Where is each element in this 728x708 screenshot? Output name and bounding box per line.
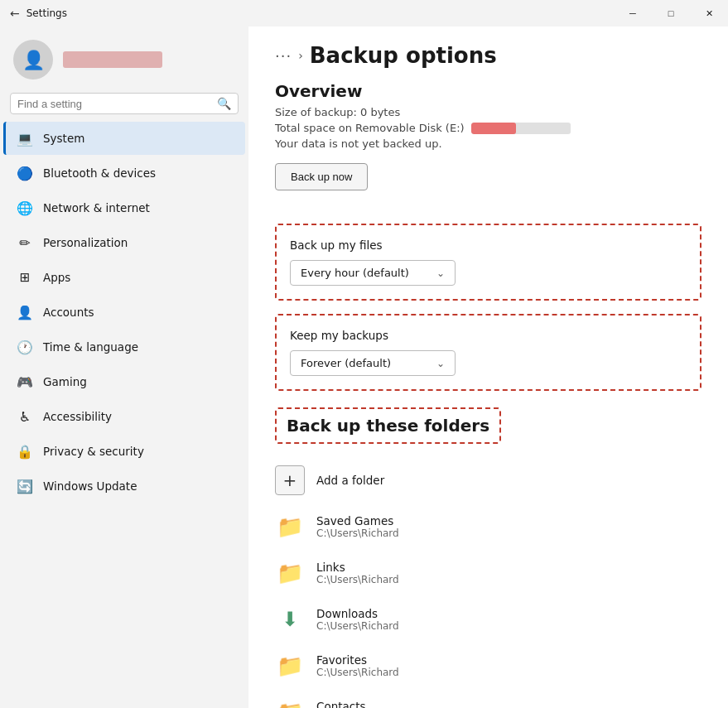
nav-item-system[interactable]: 💻 System <box>3 122 245 155</box>
nav-label-update: Windows Update <box>43 479 137 493</box>
nav-item-network[interactable]: 🌐 Network & internet <box>3 191 245 224</box>
nav-label-accessibility: Accessibility <box>43 410 112 423</box>
search-box[interactable]: 🔍 <box>10 93 239 114</box>
disk-bar <box>471 123 571 134</box>
folder-name-saved-games: Saved Games <box>316 514 399 527</box>
nav-item-time[interactable]: 🕐 Time & language <box>3 330 245 364</box>
folder-text-links: Links C:\Users\Richard <box>316 561 399 585</box>
size-label: Size of backup: 0 bytes <box>275 106 701 118</box>
system-icon: 💻 <box>17 130 33 147</box>
sidebar: 👤 🔍 💻 System 🔵 Bluetooth & devices 🌐 Net… <box>0 26 248 708</box>
nav-item-apps[interactable]: ⊞ Apps <box>3 261 245 294</box>
add-folder-text: Add a folder <box>316 474 384 487</box>
minimize-button[interactable]: ─ <box>614 0 652 26</box>
nav-label-system: System <box>43 132 84 145</box>
privacy-icon: 🔒 <box>17 443 33 460</box>
not-backed-up-text: Your data is not yet backed up. <box>275 137 701 150</box>
breadcrumb-chevron: › <box>298 49 303 62</box>
avatar: 👤 <box>13 40 53 79</box>
nav-item-update[interactable]: 🔄 Windows Update <box>3 470 245 503</box>
folder-name-links: Links <box>316 561 399 574</box>
folder-item-downloads[interactable]: ⬇ Downloads C:\Users\Richard <box>275 596 701 643</box>
folder-path-downloads: C:\Users\Richard <box>316 620 399 632</box>
folder-item-favorites[interactable]: 📁 Favorites C:\Users\Richard <box>275 643 701 689</box>
breadcrumb-dots: ··· <box>275 47 292 65</box>
folder-path-favorites: C:\Users\Richard <box>316 667 399 678</box>
gaming-icon: 🎮 <box>17 373 33 390</box>
nav-item-gaming[interactable]: 🎮 Gaming <box>3 365 245 398</box>
nav-label-personalization: Personalization <box>43 236 128 249</box>
folder-name-favorites: Favorites <box>316 653 399 667</box>
folder-item-saved-games[interactable]: 📁 Saved Games C:\Users\Richard <box>275 503 701 550</box>
back-up-files-title: Back up my files <box>290 238 687 252</box>
folder-name-contacts: Contacts <box>316 700 399 708</box>
folder-text-contacts: Contacts C:\Users\Richard <box>316 700 399 708</box>
back-up-files-dropdown[interactable]: Every hour (default) ⌄ <box>290 260 456 286</box>
search-input[interactable] <box>17 98 217 110</box>
user-icon: 👤 <box>22 50 45 70</box>
folder-text-saved-games: Saved Games C:\Users\Richard <box>316 514 399 539</box>
bluetooth-icon: 🔵 <box>17 165 33 181</box>
back-up-files-dropdown-value: Every hour (default) <box>301 267 409 279</box>
nav-label-gaming: Gaming <box>43 375 87 388</box>
folder-text-downloads: Downloads C:\Users\Richard <box>316 607 399 632</box>
keep-backups-dropdown[interactable]: Forever (default) ⌄ <box>290 350 456 376</box>
add-folder-label: Add a folder <box>316 474 384 487</box>
folder-list: + Add a folder 📁 Saved Games C:\Users\Ri… <box>275 457 701 708</box>
disk-bar-fill <box>471 123 516 134</box>
disk-label-row: Total space on Removable Disk (E:) <box>275 122 701 134</box>
folder-icon-contacts: 📁 <box>275 697 305 708</box>
maximize-button[interactable]: □ <box>652 0 690 26</box>
nav-label-apps: Apps <box>43 271 70 284</box>
content-header: ··· › Backup options <box>248 26 728 81</box>
nav-item-bluetooth[interactable]: 🔵 Bluetooth & devices <box>3 157 245 190</box>
keep-backups-title: Keep my backups <box>290 329 687 342</box>
folder-name-downloads: Downloads <box>316 607 399 620</box>
folder-icon-downloads: ⬇ <box>275 604 305 634</box>
nav-item-privacy[interactable]: 🔒 Privacy & security <box>3 435 245 468</box>
nav-item-personalization[interactable]: ✏️ Personalization <box>3 226 245 259</box>
add-folder-button[interactable]: + <box>275 465 305 495</box>
folder-path-saved-games: C:\Users\Richard <box>316 527 399 539</box>
folder-item-links[interactable]: 📁 Links C:\Users\Richard <box>275 550 701 596</box>
folder-item-contacts[interactable]: 📁 Contacts C:\Users\Richard <box>275 689 701 708</box>
nav-label-accounts: Accounts <box>43 306 94 319</box>
back-up-now-button[interactable]: Back up now <box>275 163 368 190</box>
folder-icon-saved-games: 📁 <box>275 512 305 542</box>
titlebar-left: ← Settings <box>10 7 67 20</box>
nav-item-accessibility[interactable]: ♿ Accessibility <box>3 400 245 433</box>
chevron-down-icon: ⌄ <box>436 267 445 279</box>
back-up-files-box: Back up my files Every hour (default) ⌄ <box>275 224 701 301</box>
user-name-placeholder <box>63 51 162 68</box>
apps-icon: ⊞ <box>17 269 33 286</box>
folder-icon-links: 📁 <box>275 558 305 588</box>
titlebar-controls: ─ □ ✕ <box>614 0 728 26</box>
back-icon[interactable]: ← <box>10 7 20 20</box>
disk-label: Total space on Removable Disk (E:) <box>275 122 465 134</box>
content-panel: ··· › Backup options Overview Size of ba… <box>248 26 728 708</box>
folders-section-title: Back up these folders <box>275 407 501 444</box>
keep-backups-dropdown-value: Forever (default) <box>301 357 391 369</box>
close-button[interactable]: ✕ <box>690 0 728 26</box>
nav-label-bluetooth: Bluetooth & devices <box>43 166 156 180</box>
nav-label-time: Time & language <box>43 340 138 354</box>
folder-text-favorites: Favorites C:\Users\Richard <box>316 653 399 678</box>
overview-section: Overview Size of backup: 0 bytes Total s… <box>275 81 701 207</box>
folder-path-links: C:\Users\Richard <box>316 574 399 585</box>
accounts-icon: 👤 <box>17 304 33 320</box>
folders-section: Back up these folders + Add a folder 📁 S… <box>275 407 701 708</box>
network-icon: 🌐 <box>17 200 33 216</box>
keep-backups-box: Keep my backups Forever (default) ⌄ <box>275 314 701 391</box>
update-icon: 🔄 <box>17 478 33 494</box>
titlebar: ← Settings ─ □ ✕ <box>0 0 728 26</box>
page-title: Backup options <box>310 43 497 68</box>
content-body: Overview Size of backup: 0 bytes Total s… <box>248 81 728 708</box>
personalization-icon: ✏️ <box>17 234 33 251</box>
user-section: 👤 <box>0 33 248 93</box>
time-icon: 🕐 <box>17 339 33 355</box>
nav-label-privacy: Privacy & security <box>43 445 144 458</box>
chevron-down-icon-2: ⌄ <box>436 358 445 369</box>
main-layout: 👤 🔍 💻 System 🔵 Bluetooth & devices 🌐 Net… <box>0 26 728 708</box>
nav-item-accounts[interactable]: 👤 Accounts <box>3 296 245 329</box>
add-folder-item[interactable]: + Add a folder <box>275 457 701 503</box>
